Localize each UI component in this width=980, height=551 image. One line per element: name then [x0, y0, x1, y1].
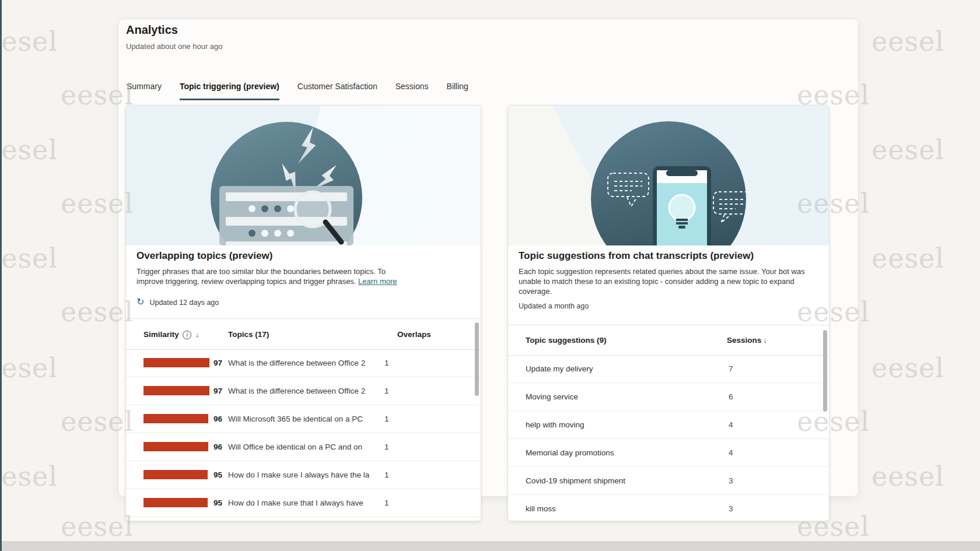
info-icon[interactable]: i: [183, 331, 191, 339]
suggestions-card-description: Each topic suggestion represents related…: [519, 266, 815, 296]
suggestions-rows: Update my delivery7Moving service6help w…: [508, 355, 829, 521]
topic-name: What is the difference between Office 2: [228, 359, 377, 367]
suggestions-table-scrollbar[interactable]: [823, 330, 827, 412]
column-header-topic-suggestions[interactable]: Topic suggestions (9): [526, 336, 607, 345]
eesel-watermark: eesel: [0, 134, 58, 166]
overlapping-updated-text: Updated 12 days ago: [149, 299, 219, 307]
window-left-edge: [0, 0, 2, 551]
eesel-watermark: eesel: [0, 243, 58, 274]
tab-sessions[interactable]: Sessions: [396, 82, 429, 100]
overlaps-count: 1: [384, 359, 389, 367]
overlapping-table-row[interactable]: 95How do I make sure that I always have1: [126, 489, 481, 517]
eesel-watermark: eesel: [872, 461, 944, 492]
suggestion-topic: Update my delivery: [526, 364, 593, 373]
eesel-watermark: eesel: [0, 461, 58, 492]
similarity-value: 97: [214, 387, 222, 395]
overlapping-table: Similarityi↓ Topics (17) Overlaps 97What…: [126, 318, 481, 521]
suggestion-topic: Moving service: [526, 392, 578, 401]
overlapping-topics-card: Overlapping topics (preview) Trigger phr…: [125, 105, 481, 521]
column-header-similarity[interactable]: Similarityi↓: [144, 330, 199, 340]
overlapping-card-description: Trigger phrases that are too similar blu…: [136, 266, 413, 286]
overlapping-table-scrollbar[interactable]: [475, 322, 479, 396]
analytics-tabs: SummaryTopic triggering (preview)Custome…: [127, 82, 468, 100]
topic-name: How do I make sure I always have the la: [228, 471, 377, 479]
overlapping-table-row[interactable]: 97What is the difference between Office …: [126, 377, 481, 405]
similarity-bar: [144, 358, 209, 367]
tab-billing[interactable]: Billing: [447, 82, 468, 100]
suggestions-table-row[interactable]: Covid-19 shipment shipment3: [508, 467, 829, 495]
column-header-sessions[interactable]: Sessions↓: [727, 336, 767, 345]
divider: [508, 325, 829, 325]
overlaps-count: 1: [384, 415, 389, 423]
similarity-bar: [144, 442, 208, 451]
eesel-watermark: eesel: [0, 352, 58, 384]
similarity-bar: [144, 386, 209, 395]
taskbar-strip: [0, 541, 980, 551]
page-updated-status: Updated about one hour ago: [126, 42, 223, 51]
lightbulb-icon: [669, 195, 695, 220]
eesel-watermark: eesel: [872, 26, 944, 57]
page-title: Analytics: [126, 23, 178, 37]
suggestion-topic: kill moss: [526, 504, 556, 513]
sort-desc-icon: ↓: [195, 330, 200, 339]
eesel-watermark: eesel: [61, 511, 134, 542]
topic-name: Will Office be identical on a PC and on: [228, 443, 377, 451]
sessions-count: 7: [729, 364, 733, 373]
overlapping-table-row[interactable]: 97What is the difference between Office …: [126, 349, 481, 377]
sessions-count: 3: [729, 476, 733, 485]
suggestions-table-row[interactable]: Memorial day promotions4: [508, 439, 829, 467]
suggestions-table-row[interactable]: Moving service6: [508, 383, 829, 411]
eesel-watermark: eesel: [872, 243, 944, 274]
learn-more-link[interactable]: Learn more: [358, 277, 397, 286]
server-search-illustration-icon: [126, 106, 481, 245]
overlaps-count: 1: [384, 499, 389, 507]
tab-customer-satisfaction[interactable]: Customer Satisfaction: [298, 82, 377, 100]
eesel-watermark: eesel: [872, 352, 944, 384]
suggestion-topic: help with moving: [526, 420, 584, 429]
overlapping-table-row[interactable]: 96Will Microsoft 365 be identical on a P…: [126, 405, 481, 433]
sessions-count: 4: [729, 448, 733, 457]
sessions-count: 4: [729, 420, 733, 429]
suggestion-topic: Covid-19 shipment shipment: [526, 476, 625, 485]
overlapping-rows: 97What is the difference between Office …: [126, 349, 481, 517]
suggestions-table-row[interactable]: kill moss3: [508, 495, 829, 521]
suggestions-updated-text: Updated a month ago: [519, 302, 589, 310]
similarity-bar: [144, 498, 208, 507]
topic-name: What is the difference between Office 2: [228, 387, 377, 395]
similarity-value: 97: [214, 359, 222, 367]
overlapping-updated-row: ↻ Updated 12 days ago: [136, 298, 219, 307]
suggestions-table-row[interactable]: Update my delivery7: [508, 355, 829, 383]
overlapping-table-row[interactable]: 95How do I make sure I always have the l…: [126, 461, 481, 489]
similarity-value: 95: [214, 471, 222, 479]
suggestions-updated-row: Updated a month ago: [519, 302, 589, 310]
similarity-value: 96: [214, 443, 222, 451]
column-header-overlaps[interactable]: Overlaps: [397, 330, 431, 339]
topic-name: Will Microsoft 365 be identical on a PC: [228, 415, 377, 423]
overlaps-count: 1: [384, 471, 389, 479]
sessions-count: 3: [729, 504, 733, 513]
suggestion-topic: Memorial day promotions: [526, 448, 614, 457]
topic-name: How do I make sure that I always have: [228, 499, 377, 507]
tab-topic-triggering-preview[interactable]: Topic triggering (preview): [180, 82, 279, 100]
topic-suggestions-illustration: [508, 106, 829, 245]
eesel-watermark: eesel: [872, 134, 944, 166]
phone-idea-chat-illustration-icon: [508, 106, 829, 245]
suggestions-table-row[interactable]: help with moving4: [508, 411, 829, 439]
sort-desc-icon: ↓: [763, 336, 767, 345]
overlaps-count: 1: [384, 387, 389, 395]
similarity-value: 95: [214, 499, 222, 507]
column-header-topics[interactable]: Topics (17): [228, 330, 269, 339]
topic-suggestions-card: Topic suggestions from chat transcripts …: [508, 105, 830, 521]
overlapping-card-title: Overlapping topics (preview): [136, 250, 272, 262]
overlaps-count: 1: [384, 443, 389, 451]
tab-summary[interactable]: Summary: [127, 82, 162, 100]
similarity-value: 96: [214, 415, 222, 423]
similarity-bar: [144, 470, 208, 479]
overlapping-table-row[interactable]: 96Will Office be identical on a PC and o…: [126, 433, 481, 461]
suggestions-card-title: Topic suggestions from chat transcripts …: [519, 250, 754, 262]
eesel-watermark: eesel: [0, 26, 58, 57]
suggestions-table: Topic suggestions (9) Sessions↓ Update m…: [508, 327, 829, 521]
overlapping-topics-illustration: [126, 106, 481, 245]
sessions-count: 6: [729, 392, 733, 401]
similarity-bar: [144, 414, 208, 423]
